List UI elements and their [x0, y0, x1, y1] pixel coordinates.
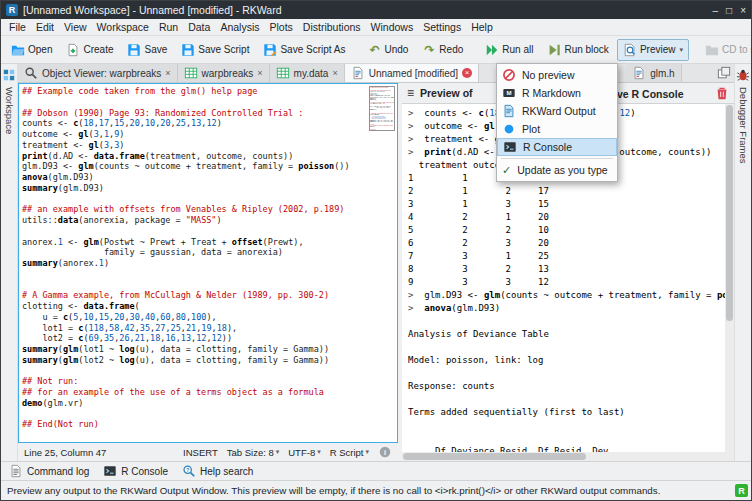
close-icon[interactable]: × — [740, 5, 746, 16]
menu-edit[interactable]: Edit — [31, 21, 59, 33]
menu-workspace[interactable]: Workspace — [92, 21, 154, 33]
window-controls: ‒ □ × — [713, 5, 746, 16]
save-label: Save — [144, 44, 167, 55]
run-block-label: Run block — [564, 44, 608, 55]
menu-analysis[interactable]: Analysis — [215, 21, 264, 33]
save-button[interactable]: Save — [121, 39, 173, 61]
document-area: Object Viewer: warpbreaks×warpbreaks×my.… — [18, 64, 734, 461]
rkward-output-icon — [502, 104, 516, 118]
close-modified-icon[interactable]: × — [462, 68, 472, 78]
menu-help[interactable]: Help — [466, 21, 498, 33]
menu-settings[interactable]: Settings — [418, 21, 466, 33]
tab-object-viewer-warpbreaks[interactable]: Object Viewer: warpbreaks× — [18, 64, 178, 82]
help-search-button[interactable]: ?Help search — [177, 463, 258, 479]
split-area: ## Example code taken from the glm() hel… — [18, 83, 734, 461]
svg-text:?: ? — [186, 467, 190, 473]
horizontal-scrollbar[interactable] — [402, 452, 734, 461]
menu-data[interactable]: Data — [183, 21, 215, 33]
cd-button[interactable]: CD to script directory — [699, 39, 752, 61]
scrollbar-thumb[interactable] — [403, 453, 586, 460]
menu-plots[interactable]: Plots — [264, 21, 297, 33]
menu-item-update-as-you-type[interactable]: ✓Update as you type — [497, 161, 617, 179]
redo-icon: ↷ — [422, 43, 436, 57]
debugger-frames-strip-label[interactable]: Debugger Frames — [738, 87, 749, 164]
cd-icon — [705, 43, 719, 57]
menu-run[interactable]: Run — [154, 21, 183, 33]
menu-item-label: Plot — [522, 123, 540, 135]
menu-item-label: Update as you type — [517, 164, 607, 176]
menu-item-r-console[interactable]: R Console — [497, 138, 617, 156]
editor-pane: ## Example code taken from the glm() hel… — [18, 83, 398, 461]
create-icon — [66, 43, 80, 57]
redo-button[interactable]: ↷Redo — [416, 39, 469, 61]
window-title: [Unnamed Workspace] - Unnamed [modified]… — [23, 4, 282, 16]
status-message: Preview any output to the RKWard Output … — [7, 485, 660, 496]
filetype-selector[interactable]: R Script▾ — [330, 447, 369, 458]
run-all-button[interactable]: Run all — [479, 39, 539, 61]
menu-separator — [501, 158, 613, 159]
menu-item-no-preview[interactable]: No preview — [497, 66, 617, 84]
hamburger-menu-icon[interactable]: ≡ — [407, 86, 414, 100]
tab-label: glm.h — [650, 68, 674, 79]
maximize-icon[interactable]: □ — [726, 5, 732, 16]
create-label: Create — [83, 44, 113, 55]
trash-icon[interactable] — [715, 86, 729, 100]
detach-view-icon[interactable] — [717, 66, 731, 80]
open-button[interactable]: Open — [5, 39, 58, 61]
tab-size-selector[interactable]: Tab Size: 8▾ — [227, 447, 280, 458]
tab-warpbreaks[interactable]: warpbreaks× — [178, 64, 270, 82]
minimize-icon[interactable]: ‒ — [713, 5, 719, 16]
tab-unnamed-modified[interactable]: Unnamed [modified]× — [345, 64, 480, 82]
close-icon[interactable]: × — [332, 69, 337, 78]
save-script-as-label: Save Script As — [280, 44, 345, 55]
scrollbar-thumb[interactable] — [726, 105, 733, 321]
undo-button[interactable]: ↶Undo — [361, 39, 414, 61]
save-script-as-button[interactable]: Save Script As — [257, 39, 351, 61]
preview-button[interactable]: Preview▾ — [617, 39, 689, 61]
vertical-scrollbar[interactable] — [725, 104, 734, 452]
svg-text:M: M — [506, 89, 511, 96]
rkward-app-icon: R — [6, 4, 18, 16]
encoding-selector[interactable]: UTF-8▾ — [288, 447, 320, 458]
redo-label: Redo — [439, 44, 463, 55]
tab-icon — [24, 66, 38, 80]
insert-mode-button[interactable]: INSERT — [183, 447, 218, 458]
save-script-button[interactable]: Save Script — [175, 39, 255, 61]
tab-my-data[interactable]: my.data× — [270, 64, 345, 82]
close-icon[interactable]: × — [257, 69, 262, 78]
tab-glm-h[interactable]: glm.h — [626, 64, 681, 82]
menu-item-rkward-output[interactable]: RKWard Output — [497, 102, 617, 120]
notifications-icon[interactable]: i — [378, 445, 392, 459]
tab-label: Unnamed [modified] — [369, 68, 459, 79]
script-editor[interactable]: ## Example code taken from the glm() hel… — [18, 83, 398, 443]
workspace-icon[interactable] — [2, 68, 16, 82]
script-code[interactable]: ## Example code taken from the glm() hel… — [19, 84, 397, 430]
menu-item-r-markdown[interactable]: MR Markdown — [497, 84, 617, 102]
menu-file[interactable]: File — [4, 21, 31, 33]
menu-windows[interactable]: Windows — [366, 21, 419, 33]
undo-label: Undo — [384, 44, 408, 55]
close-icon[interactable]: × — [165, 69, 170, 78]
debugger-icon[interactable] — [736, 68, 750, 82]
run-block-button[interactable]: Run block — [541, 39, 614, 61]
preview-title-right: ve R Console — [617, 83, 684, 104]
preview-dropdown-menu: No previewMR MarkdownRKWard OutputPlotR … — [496, 63, 618, 182]
check-icon: ✓ — [502, 164, 511, 177]
workspace-strip-label[interactable]: Workspace — [4, 87, 15, 134]
right-tool-strip: Debugger Frames — [734, 64, 751, 461]
menubar: FileEditViewWorkspaceRunDataAnalysisPlot… — [1, 19, 751, 36]
editor-minimap[interactable]: ## Example code taken from the glm() hel… — [369, 86, 395, 131]
tab-label: warpbreaks — [202, 68, 254, 79]
r-console-icon — [503, 140, 517, 154]
r-console-button[interactable]: R Console — [98, 463, 173, 479]
menu-distributions[interactable]: Distributions — [298, 21, 366, 33]
tab-icon — [276, 66, 290, 80]
menu-view[interactable]: View — [59, 21, 92, 33]
menu-item-plot[interactable]: Plot — [497, 120, 617, 138]
create-button[interactable]: Create — [60, 39, 119, 61]
chevron-down-icon: ▾ — [317, 448, 321, 456]
preview-title-left: Preview of — [420, 87, 473, 99]
command-log-button[interactable]: Command log — [4, 463, 94, 479]
save-script-label: Save Script — [198, 44, 249, 55]
bottom-tool-buttons: Command logR Console?Help search — [1, 461, 751, 480]
